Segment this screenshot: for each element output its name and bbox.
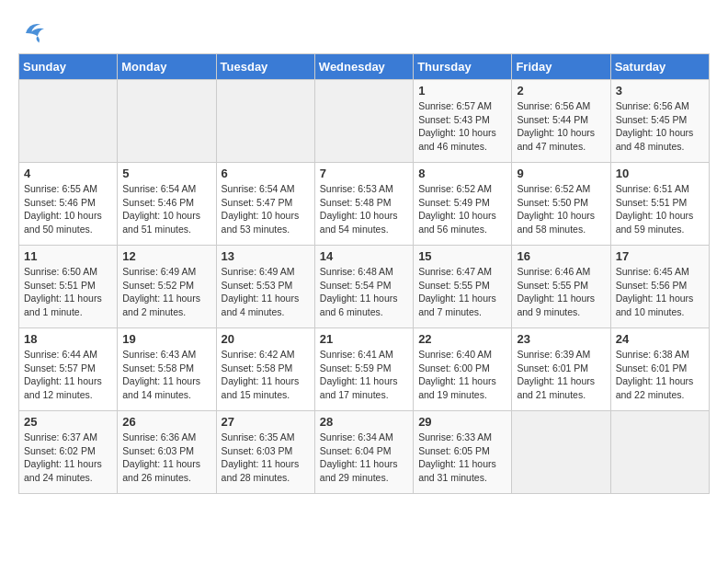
calendar-cell: 19Sunrise: 6:43 AM Sunset: 5:58 PM Dayli… [118,328,216,411]
calendar-cell: 20Sunrise: 6:42 AM Sunset: 5:58 PM Dayli… [216,328,314,411]
day-info: Sunrise: 6:44 AM Sunset: 5:57 PM Dayligh… [24,348,112,402]
day-info: Sunrise: 6:37 AM Sunset: 6:02 PM Dayligh… [24,431,112,485]
day-number: 4 [24,167,112,180]
calendar-cell [19,80,118,163]
day-info: Sunrise: 6:46 AM Sunset: 5:55 PM Dayligh… [517,265,605,319]
calendar-cell: 22Sunrise: 6:40 AM Sunset: 6:00 PM Dayli… [414,328,512,411]
day-number: 11 [24,249,112,263]
day-number: 3 [616,84,704,98]
day-number: 5 [122,167,210,180]
calendar-cell: 13Sunrise: 6:49 AM Sunset: 5:53 PM Dayli… [216,246,314,328]
calendar-week-2: 4Sunrise: 6:55 AM Sunset: 5:46 PM Daylig… [19,163,710,246]
day-number: 28 [320,415,408,429]
calendar-cell: 7Sunrise: 6:53 AM Sunset: 5:48 PM Daylig… [314,163,413,246]
day-info: Sunrise: 6:54 AM Sunset: 5:47 PM Dayligh… [222,182,310,236]
calendar-cell: 29Sunrise: 6:33 AM Sunset: 6:05 PM Dayli… [414,411,512,494]
day-number: 16 [517,249,605,263]
day-info: Sunrise: 6:47 AM Sunset: 5:55 PM Dayligh… [418,265,506,319]
day-number: 18 [24,332,112,346]
day-number: 29 [418,415,506,429]
day-number: 19 [122,332,210,346]
calendar-cell: 4Sunrise: 6:55 AM Sunset: 5:46 PM Daylig… [19,163,118,246]
day-info: Sunrise: 6:43 AM Sunset: 5:58 PM Dayligh… [122,348,210,402]
calendar-cell: 2Sunrise: 6:56 AM Sunset: 5:44 PM Daylig… [512,80,610,163]
day-info: Sunrise: 6:56 AM Sunset: 5:44 PM Dayligh… [517,99,605,154]
day-info: Sunrise: 6:56 AM Sunset: 5:45 PM Dayligh… [616,99,704,154]
day-number: 9 [517,167,605,180]
calendar-cell: 1Sunrise: 6:57 AM Sunset: 5:43 PM Daylig… [414,80,512,163]
day-number: 22 [418,332,506,346]
page-header [18,18,710,44]
calendar-cell: 17Sunrise: 6:45 AM Sunset: 5:56 PM Dayli… [610,246,709,328]
day-info: Sunrise: 6:54 AM Sunset: 5:46 PM Dayligh… [122,182,210,236]
day-number: 8 [418,167,506,180]
calendar-cell: 3Sunrise: 6:56 AM Sunset: 5:45 PM Daylig… [610,80,709,163]
day-number: 24 [616,332,704,346]
calendar-week-3: 11Sunrise: 6:50 AM Sunset: 5:51 PM Dayli… [19,246,710,328]
calendar-cell [512,411,610,494]
calendar-cell: 26Sunrise: 6:36 AM Sunset: 6:03 PM Dayli… [118,411,216,494]
calendar-cell: 23Sunrise: 6:39 AM Sunset: 6:01 PM Dayli… [512,328,610,411]
calendar-week-5: 25Sunrise: 6:37 AM Sunset: 6:02 PM Dayli… [19,411,710,494]
calendar-week-1: 1Sunrise: 6:57 AM Sunset: 5:43 PM Daylig… [19,80,710,163]
day-info: Sunrise: 6:49 AM Sunset: 5:53 PM Dayligh… [222,265,310,319]
calendar-cell: 18Sunrise: 6:44 AM Sunset: 5:57 PM Dayli… [19,328,118,411]
calendar-cell: 8Sunrise: 6:52 AM Sunset: 5:49 PM Daylig… [414,163,512,246]
day-info: Sunrise: 6:33 AM Sunset: 6:05 PM Dayligh… [418,431,506,485]
day-number: 6 [222,167,310,180]
day-info: Sunrise: 6:53 AM Sunset: 5:48 PM Dayligh… [320,182,408,236]
calendar-table: SundayMondayTuesdayWednesdayThursdayFrid… [18,53,710,494]
calendar-cell: 21Sunrise: 6:41 AM Sunset: 5:59 PM Dayli… [314,328,413,411]
day-number: 21 [320,332,408,346]
day-number: 25 [24,415,112,429]
day-info: Sunrise: 6:42 AM Sunset: 5:58 PM Dayligh… [222,348,310,402]
day-header-saturday: Saturday [610,54,709,80]
day-info: Sunrise: 6:34 AM Sunset: 6:04 PM Dayligh… [320,431,408,485]
day-info: Sunrise: 6:52 AM Sunset: 5:49 PM Dayligh… [418,182,506,236]
day-info: Sunrise: 6:41 AM Sunset: 5:59 PM Dayligh… [320,348,408,402]
day-info: Sunrise: 6:35 AM Sunset: 6:03 PM Dayligh… [222,431,310,485]
day-number: 12 [122,249,210,263]
day-number: 15 [418,249,506,263]
calendar-cell: 28Sunrise: 6:34 AM Sunset: 6:04 PM Dayli… [314,411,413,494]
day-info: Sunrise: 6:45 AM Sunset: 5:56 PM Dayligh… [616,265,704,319]
day-info: Sunrise: 6:36 AM Sunset: 6:03 PM Dayligh… [122,431,210,485]
calendar-cell: 6Sunrise: 6:54 AM Sunset: 5:47 PM Daylig… [216,163,314,246]
day-number: 1 [418,84,506,98]
day-info: Sunrise: 6:39 AM Sunset: 6:01 PM Dayligh… [517,348,605,402]
day-header-thursday: Thursday [414,54,512,80]
calendar-cell: 12Sunrise: 6:49 AM Sunset: 5:52 PM Dayli… [118,246,216,328]
calendar-cell: 5Sunrise: 6:54 AM Sunset: 5:46 PM Daylig… [118,163,216,246]
calendar-cell: 10Sunrise: 6:51 AM Sunset: 5:51 PM Dayli… [610,163,709,246]
day-info: Sunrise: 6:38 AM Sunset: 6:01 PM Dayligh… [616,348,704,402]
day-header-wednesday: Wednesday [314,54,413,80]
calendar-cell: 24Sunrise: 6:38 AM Sunset: 6:01 PM Dayli… [610,328,709,411]
calendar-body: 1Sunrise: 6:57 AM Sunset: 5:43 PM Daylig… [19,80,710,494]
day-number: 10 [616,167,704,180]
calendar-cell [610,411,709,494]
calendar-cell: 9Sunrise: 6:52 AM Sunset: 5:50 PM Daylig… [512,163,610,246]
day-info: Sunrise: 6:57 AM Sunset: 5:43 PM Dayligh… [418,99,506,154]
calendar-cell: 16Sunrise: 6:46 AM Sunset: 5:55 PM Dayli… [512,246,610,328]
calendar-cell: 11Sunrise: 6:50 AM Sunset: 5:51 PM Dayli… [19,246,118,328]
day-info: Sunrise: 6:51 AM Sunset: 5:51 PM Dayligh… [616,182,704,236]
calendar-week-4: 18Sunrise: 6:44 AM Sunset: 5:57 PM Dayli… [19,328,710,411]
calendar-cell: 27Sunrise: 6:35 AM Sunset: 6:03 PM Dayli… [216,411,314,494]
calendar-cell: 25Sunrise: 6:37 AM Sunset: 6:02 PM Dayli… [19,411,118,494]
day-info: Sunrise: 6:52 AM Sunset: 5:50 PM Dayligh… [517,182,605,236]
day-number: 13 [222,249,310,263]
day-number: 27 [222,415,310,429]
day-header-tuesday: Tuesday [216,54,314,80]
day-info: Sunrise: 6:55 AM Sunset: 5:46 PM Dayligh… [24,182,112,236]
day-number: 14 [320,249,408,263]
calendar-cell: 15Sunrise: 6:47 AM Sunset: 5:55 PM Dayli… [414,246,512,328]
calendar-cell [216,80,314,163]
day-number: 7 [320,167,408,180]
calendar-cell [118,80,216,163]
calendar-header-row: SundayMondayTuesdayWednesdayThursdayFrid… [19,54,710,80]
calendar-cell [314,80,413,163]
day-number: 26 [122,415,210,429]
day-info: Sunrise: 6:40 AM Sunset: 6:00 PM Dayligh… [418,348,506,402]
day-number: 17 [616,249,704,263]
day-info: Sunrise: 6:48 AM Sunset: 5:54 PM Dayligh… [320,265,408,319]
